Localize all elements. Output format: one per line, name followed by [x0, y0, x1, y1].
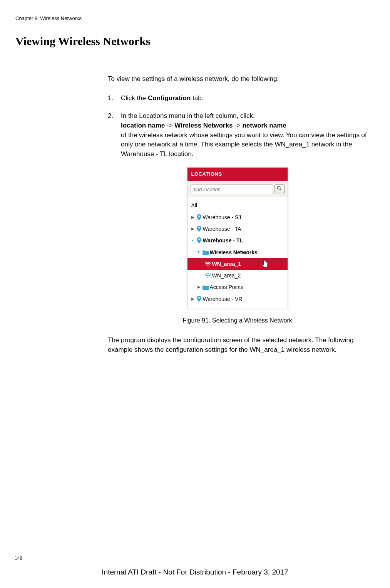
result-text: The program displays the configuration s…: [108, 336, 367, 354]
wifi-icon: [204, 273, 211, 278]
caret-down-icon: ▾: [198, 249, 201, 255]
pin-icon: [196, 237, 202, 244]
tree-item-wn-area-1[interactable]: WN_area_1: [187, 258, 288, 270]
caret-right-icon: ▶: [191, 215, 195, 220]
step-text: In the Locations menu in the left column…: [121, 111, 367, 159]
step-text: Click the Configuration tab.: [121, 94, 203, 103]
svg-point-4: [198, 239, 200, 240]
content-body: To view the settings of a wireless netwo…: [108, 74, 367, 354]
tree-label: Warehouse - SJ: [203, 213, 241, 221]
search-input[interactable]: [191, 184, 273, 194]
tree-item-wireless-networks[interactable]: ▾ Wireless Networks: [191, 247, 285, 258]
caret-right-icon: ▶: [198, 284, 201, 290]
folder-icon: [202, 285, 209, 290]
tree-item-warehouse-vr[interactable]: ▶ Warehouse - VR: [191, 293, 285, 305]
tree-item-warehouse-tl[interactable]: ▾ Warehouse - TL: [191, 235, 285, 246]
tree-label: Warehouse - TL: [203, 237, 243, 244]
tree-label: Access Points: [210, 283, 244, 291]
step-2: 2. In the Locations menu in the left col…: [108, 111, 367, 159]
chapter-header: Chapter 8: Wireless Networks: [15, 15, 367, 21]
tree-label-selected: WN_area_1: [212, 260, 241, 268]
wireless-networks-label: Wireless Networks: [174, 122, 233, 129]
caret-right-icon: ▶: [191, 226, 195, 232]
tree-all-label: All: [191, 202, 198, 209]
caret-right-icon: ▶: [191, 296, 195, 302]
step1-post: tab.: [191, 94, 203, 102]
footer-watermark: Internal ATI Draft - Not For Distributio…: [0, 568, 390, 576]
tree-label: WN_area_2: [212, 272, 241, 279]
svg-point-2: [198, 215, 200, 217]
pin-icon: [196, 226, 202, 232]
locations-panel: LOCATIONS All ▶ Warehouse - SJ: [187, 167, 288, 309]
folder-icon: [202, 250, 209, 255]
step1-pre: Click the: [121, 94, 148, 102]
search-row: [187, 181, 288, 197]
step2-rest: of the wireless network whose settings y…: [121, 131, 367, 158]
section-title: Viewing Wireless Networks: [15, 35, 367, 51]
step-number: 2.: [108, 111, 119, 159]
svg-point-3: [198, 227, 200, 228]
figure-container: LOCATIONS All ▶ Warehouse - SJ: [108, 167, 367, 309]
tree-item-warehouse-ta[interactable]: ▶ Warehouse - TA: [191, 223, 285, 235]
wifi-icon: [204, 262, 211, 266]
location-name-label: location name: [121, 122, 165, 129]
arrow2: ->: [233, 122, 242, 129]
tree-item-wn-area-2[interactable]: WN_area_2: [191, 270, 285, 281]
svg-line-1: [280, 189, 281, 190]
tree-label: Wireless Networks: [210, 249, 258, 256]
tree-label: Warehouse - TA: [203, 225, 241, 233]
network-name-label: network name: [242, 122, 286, 129]
locations-panel-header: LOCATIONS: [187, 168, 288, 181]
svg-point-5: [198, 297, 200, 299]
page-number: 148: [15, 556, 22, 561]
configuration-tab-label: Configuration: [148, 94, 191, 102]
step-1: 1. Click the Configuration tab.: [108, 94, 367, 103]
pin-icon: [196, 296, 202, 302]
tree-item-all[interactable]: All: [191, 200, 285, 211]
pin-icon: [196, 214, 202, 220]
arrow1: ->: [165, 122, 174, 129]
svg-point-0: [278, 186, 280, 189]
caret-down-icon: ▾: [191, 238, 195, 244]
cursor-hand-icon: [261, 260, 268, 270]
tree-item-access-points[interactable]: ▶ Access Points: [191, 281, 285, 293]
tree-label: Warehouse - VR: [203, 295, 243, 303]
search-button[interactable]: [275, 184, 285, 194]
step-number: 1.: [108, 94, 119, 103]
intro-text: To view the settings of a wireless netwo…: [108, 74, 367, 84]
search-icon: [277, 186, 282, 193]
tree-item-warehouse-sj[interactable]: ▶ Warehouse - SJ: [191, 212, 285, 223]
step2-line1: In the Locations menu in the left column…: [121, 112, 255, 119]
locations-tree: All ▶ Warehouse - SJ ▶ Warehouse - TA ▾ …: [187, 197, 288, 309]
figure-caption: Figure 91. Selecting a Wireless Network: [108, 316, 367, 325]
